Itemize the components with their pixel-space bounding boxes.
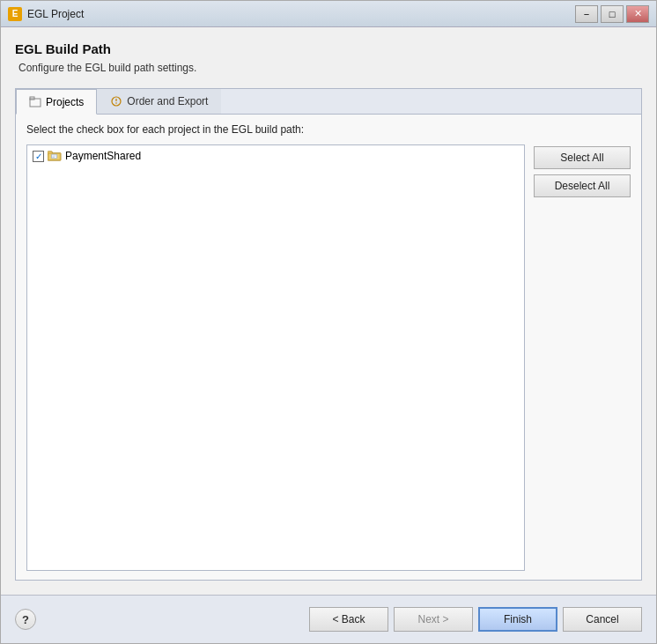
app-icon: E [8,7,22,21]
finish-button[interactable]: Finish [478,607,557,632]
tab-order-export-label: Order and Export [127,95,208,107]
window-title: EGL Project [27,8,575,20]
maximize-button[interactable]: □ [601,5,624,23]
instruction-text: Select the check box for each project in… [26,123,631,136]
projects-area: ✓ [26,144,631,571]
help-button[interactable]: ? [15,609,36,630]
page-title: EGL Build Path [15,41,642,56]
list-item[interactable]: ✓ [27,145,524,167]
tab-panel: Projects Order and Export Selec [15,88,642,581]
nav-buttons: < Back Next > Finish Cancel [309,607,642,632]
next-button[interactable]: Next > [394,607,473,632]
tab-content-projects: Select the check box for each project in… [16,115,641,580]
page-subtitle: Configure the EGL build path settings. [15,62,642,74]
back-button[interactable]: < Back [309,607,388,632]
main-window: E EGL Project − □ ✕ EGL Build Path Confi… [0,0,657,644]
cancel-button[interactable]: Cancel [563,607,642,632]
project-list[interactable]: ✓ [26,144,525,571]
order-tab-icon [110,95,122,107]
bottom-bar: ? < Back Next > Finish Cancel [1,595,656,643]
project-name: PaymentShared [65,150,141,162]
tabs-row: Projects Order and Export [16,89,641,115]
folder-icon [48,149,62,163]
svg-point-4 [116,102,118,104]
content-area: EGL Build Path Configure the EGL build p… [1,27,656,595]
close-button[interactable]: ✕ [626,5,649,23]
deselect-all-button[interactable]: Deselect All [534,174,631,197]
titlebar-buttons: − □ ✕ [575,5,649,23]
action-buttons: Select All Deselect All [534,144,631,571]
projects-tab-icon [29,96,41,108]
select-all-button[interactable]: Select All [534,146,631,169]
minimize-button[interactable]: − [575,5,598,23]
titlebar: E EGL Project − □ ✕ [1,1,656,27]
svg-rect-8 [51,154,56,158]
project-checkbox[interactable]: ✓ [33,151,44,162]
tab-order-export[interactable]: Order and Export [97,89,221,114]
tab-projects-label: Projects [46,96,84,108]
tab-projects[interactable]: Projects [16,89,97,115]
